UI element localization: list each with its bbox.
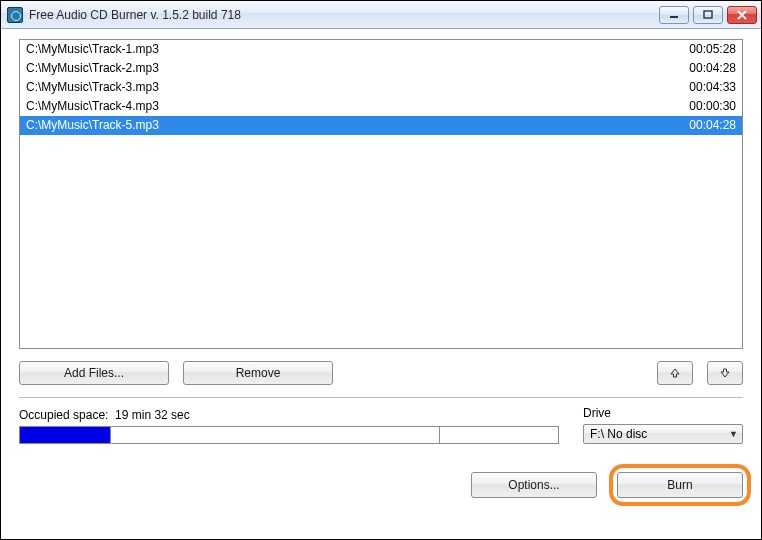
burn-button[interactable]: Burn [617,472,743,498]
drive-select[interactable]: F:\ No disc ▼ [583,424,743,444]
close-icon [737,10,747,20]
track-duration: 00:04:28 [689,60,736,76]
track-row[interactable]: C:\MyMusic\Track-5.mp300:04:28 [20,116,742,135]
track-path: C:\MyMusic\Track-3.mp3 [26,79,159,95]
occupied-value: 19 min 32 sec [115,408,190,422]
move-up-button[interactable] [657,361,693,385]
occupied-label-text: Occupied space: [19,408,108,422]
track-duration: 00:05:28 [689,41,736,57]
window-title: Free Audio CD Burner v. 1.5.2 build 718 [29,8,241,22]
maximize-icon [703,10,713,20]
maximize-button[interactable] [693,6,723,24]
track-path: C:\MyMusic\Track-5.mp3 [26,117,159,133]
arrow-up-icon [669,367,681,379]
progress-segment [111,427,439,443]
track-path: C:\MyMusic\Track-2.mp3 [26,60,159,76]
progress-segment [440,427,558,443]
minimize-button[interactable] [659,6,689,24]
drive-label: Drive [583,406,743,420]
app-icon [7,7,23,23]
track-list[interactable]: C:\MyMusic\Track-1.mp300:05:28C:\MyMusic… [19,39,743,349]
track-row[interactable]: C:\MyMusic\Track-2.mp300:04:28 [20,59,742,78]
occupied-space-label: Occupied space: 19 min 32 sec [19,408,559,422]
track-duration: 00:04:33 [689,79,736,95]
move-down-button[interactable] [707,361,743,385]
progress-fill [20,427,111,443]
titlebar: Free Audio CD Burner v. 1.5.2 build 718 [1,1,761,29]
track-path: C:\MyMusic\Track-4.mp3 [26,98,159,114]
svg-rect-1 [704,11,712,18]
space-progress-bar [19,426,559,444]
drive-selected-value: F:\ No disc [590,427,647,441]
track-duration: 00:04:28 [689,117,736,133]
track-row[interactable]: C:\MyMusic\Track-1.mp300:05:28 [20,40,742,59]
minimize-icon [669,10,679,20]
close-button[interactable] [727,6,757,24]
track-path: C:\MyMusic\Track-1.mp3 [26,41,159,57]
window-controls [659,6,757,24]
remove-button[interactable]: Remove [183,361,333,385]
track-row[interactable]: C:\MyMusic\Track-4.mp300:00:30 [20,97,742,116]
arrow-down-icon [719,367,731,379]
track-duration: 00:00:30 [689,98,736,114]
separator [19,397,743,398]
add-files-button[interactable]: Add Files... [19,361,169,385]
track-row[interactable]: C:\MyMusic\Track-3.mp300:04:33 [20,78,742,97]
options-button[interactable]: Options... [471,472,597,498]
chevron-down-icon: ▼ [729,429,738,439]
